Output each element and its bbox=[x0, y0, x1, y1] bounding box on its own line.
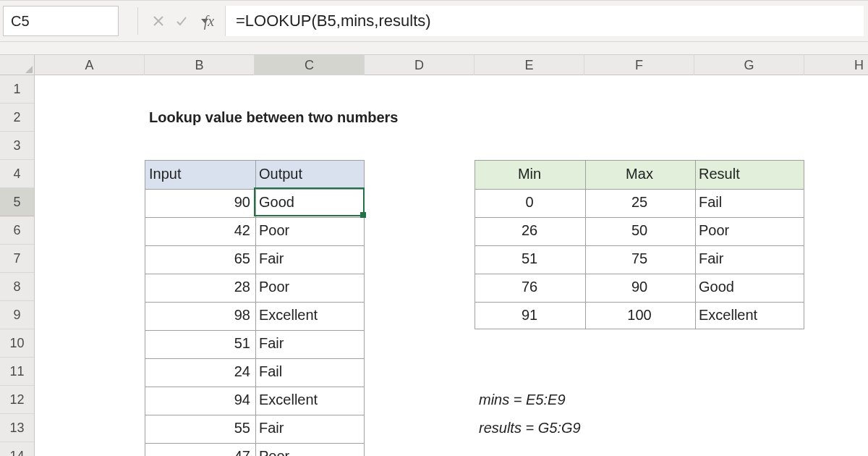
row-header-1[interactable]: 1 bbox=[0, 75, 34, 104]
table1-output[interactable]: Poor bbox=[255, 273, 365, 301]
table1-output[interactable]: Poor bbox=[255, 442, 365, 456]
table2-max[interactable]: 100 bbox=[584, 301, 694, 329]
table2-max[interactable]: 50 bbox=[584, 216, 694, 245]
table2-result[interactable]: Good bbox=[694, 273, 804, 301]
column-header-A[interactable]: A bbox=[35, 55, 145, 75]
formula-bar-area: fx bbox=[0, 0, 868, 42]
table1-output[interactable]: Fair bbox=[255, 414, 365, 442]
row-header-4[interactable]: 4 bbox=[0, 160, 34, 188]
sheet-title[interactable]: Lookup value between two numbers bbox=[145, 104, 584, 132]
table1-output[interactable]: Excellent bbox=[255, 386, 365, 414]
note-results[interactable]: results = G5:G9 bbox=[475, 414, 804, 442]
table1-input[interactable]: 94 bbox=[145, 386, 255, 414]
table1-header-input[interactable]: Input bbox=[145, 160, 255, 188]
row-header-2[interactable]: 2 bbox=[0, 104, 34, 132]
grid[interactable]: ABCDEFGH Lookup value between two number… bbox=[35, 55, 868, 456]
table2-result[interactable]: Poor bbox=[694, 216, 804, 245]
select-all-corner[interactable] bbox=[0, 55, 34, 75]
table1-input[interactable]: 98 bbox=[145, 301, 255, 329]
name-box-dropdown-icon[interactable] bbox=[201, 19, 208, 23]
table1-input[interactable]: 47 bbox=[145, 442, 255, 456]
table2-min[interactable]: 26 bbox=[475, 216, 584, 245]
table2-result[interactable]: Fair bbox=[694, 245, 804, 273]
row-header-12[interactable]: 12 bbox=[0, 386, 34, 414]
column-header-G[interactable]: G bbox=[694, 55, 804, 75]
table1-input[interactable]: 90 bbox=[145, 188, 255, 216]
table1-output[interactable]: Fair bbox=[255, 245, 365, 273]
row-headers: 1234567891011121314 bbox=[0, 55, 35, 456]
column-header-E[interactable]: E bbox=[475, 55, 584, 75]
table2-header-max[interactable]: Max bbox=[584, 160, 694, 188]
row-header-14[interactable]: 14 bbox=[0, 442, 34, 456]
row-header-8[interactable]: 8 bbox=[0, 273, 34, 301]
row-header-9[interactable]: 9 bbox=[0, 301, 34, 329]
table2-max[interactable]: 75 bbox=[584, 245, 694, 273]
table1-header-output[interactable]: Output bbox=[255, 160, 365, 188]
column-header-D[interactable]: D bbox=[365, 55, 475, 75]
note-mins[interactable]: mins = E5:E9 bbox=[475, 386, 804, 414]
table1-output[interactable]: Fail bbox=[255, 358, 365, 386]
table1-input[interactable]: 55 bbox=[145, 414, 255, 442]
table2-min[interactable]: 0 bbox=[475, 188, 584, 216]
cells-layer[interactable]: Lookup value between two numbersInputOut… bbox=[35, 75, 868, 456]
column-headers: ABCDEFGH bbox=[35, 55, 868, 75]
table2-header-min[interactable]: Min bbox=[475, 160, 584, 188]
table1-output[interactable]: Excellent bbox=[255, 301, 365, 329]
table1-input[interactable]: 65 bbox=[145, 245, 255, 273]
row-header-13[interactable]: 13 bbox=[0, 414, 34, 442]
name-box-input[interactable] bbox=[4, 13, 201, 30]
column-header-F[interactable]: F bbox=[584, 55, 694, 75]
table1-input[interactable]: 24 bbox=[145, 358, 255, 386]
ribbon-gap bbox=[0, 42, 868, 55]
table2-min[interactable]: 76 bbox=[475, 273, 584, 301]
table2-result[interactable]: Fail bbox=[694, 188, 804, 216]
table2-min[interactable]: 91 bbox=[475, 301, 584, 329]
table1-input[interactable]: 42 bbox=[145, 216, 255, 245]
table1-output[interactable]: Fair bbox=[255, 329, 365, 358]
row-header-10[interactable]: 10 bbox=[0, 329, 34, 358]
column-header-C[interactable]: C bbox=[255, 55, 365, 75]
table1-output[interactable]: Good bbox=[255, 188, 365, 216]
column-header-B[interactable]: B bbox=[145, 55, 255, 75]
row-header-3[interactable]: 3 bbox=[0, 132, 34, 160]
table1-input[interactable]: 28 bbox=[145, 273, 255, 301]
row-header-11[interactable]: 11 bbox=[0, 358, 34, 386]
table1-output[interactable]: Poor bbox=[255, 216, 365, 245]
row-header-6[interactable]: 6 bbox=[0, 216, 34, 245]
table2-header-result[interactable]: Result bbox=[694, 160, 804, 188]
row-header-7[interactable]: 7 bbox=[0, 245, 34, 273]
table2-max[interactable]: 90 bbox=[584, 273, 694, 301]
spreadsheet: 1234567891011121314 ABCDEFGH Lookup valu… bbox=[0, 55, 868, 456]
name-box[interactable] bbox=[3, 6, 119, 36]
row-header-5[interactable]: 5 bbox=[0, 188, 34, 216]
table2-result[interactable]: Excellent bbox=[694, 301, 804, 329]
column-header-H[interactable]: H bbox=[804, 55, 868, 75]
table2-min[interactable]: 51 bbox=[475, 245, 584, 273]
table1-input[interactable]: 51 bbox=[145, 329, 255, 358]
table2-max[interactable]: 25 bbox=[584, 188, 694, 216]
formula-bar-input[interactable] bbox=[225, 6, 864, 36]
